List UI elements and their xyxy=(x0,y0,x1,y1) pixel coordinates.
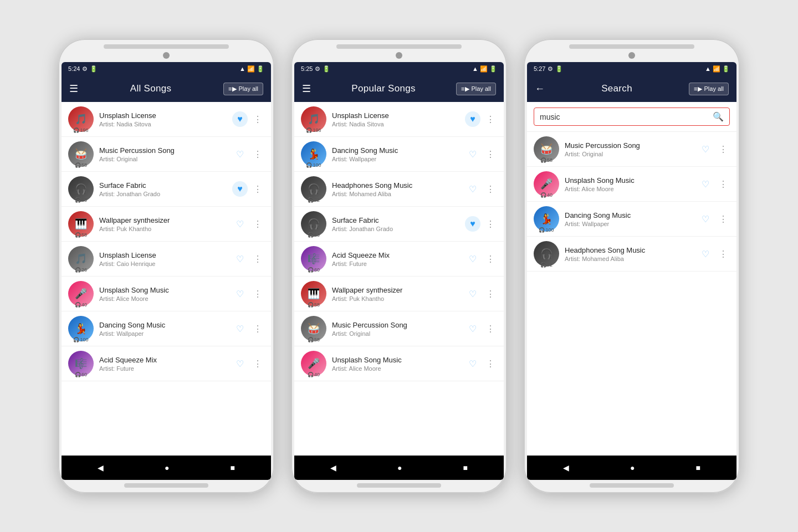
play-all-button[interactable]: ≡▶ Play all xyxy=(223,83,263,95)
headphone-icon: 🎧 xyxy=(540,157,546,163)
like-button[interactable]: ♥ xyxy=(465,216,480,232)
back-icon[interactable]: ← xyxy=(535,83,545,95)
nav-recent-button[interactable]: ■ xyxy=(689,461,707,474)
more-options-button[interactable]: ⋮ xyxy=(717,248,730,260)
hamburger-icon[interactable]: ☰ xyxy=(69,83,78,95)
like-button[interactable]: ♡ xyxy=(465,356,480,371)
play-all-button[interactable]: ≡▶ Play all xyxy=(456,83,496,95)
more-options-button[interactable]: ⋮ xyxy=(484,148,497,161)
nav-recent-button[interactable]: ■ xyxy=(457,461,474,474)
more-options-button[interactable]: ⋮ xyxy=(717,178,730,191)
search-input[interactable] xyxy=(540,112,708,121)
more-options-button[interactable]: ⋮ xyxy=(251,253,264,265)
header-left[interactable]: ← xyxy=(535,83,545,95)
play-all-button[interactable]: ≡▶ Play all xyxy=(689,83,729,95)
like-button[interactable]: ♡ xyxy=(698,141,713,157)
more-options-button[interactable]: ⋮ xyxy=(717,143,730,156)
nav-home-button[interactable]: ● xyxy=(623,461,641,474)
header-left[interactable]: ☰ xyxy=(302,83,311,95)
like-button[interactable]: ♡ xyxy=(232,286,248,301)
status-icons: ▲ 📶 🔋 xyxy=(705,65,730,73)
more-options-button[interactable]: ⋮ xyxy=(251,148,264,161)
song-play-count: 🎧63 xyxy=(308,232,320,238)
song-play-count: 🎧196 xyxy=(73,127,88,133)
search-icon[interactable]: 🔍 xyxy=(713,111,724,122)
nav-back-button[interactable]: ◀ xyxy=(324,461,343,474)
more-options-button[interactable]: ⋮ xyxy=(717,213,730,226)
song-play-count: 🎧60 xyxy=(75,372,87,377)
song-list: 🎵🎧196Unsplash LicenseArtist: Nadia Sitov… xyxy=(62,102,271,456)
time-label: 5:27 xyxy=(534,65,545,72)
song-actions: ♡⋮ xyxy=(465,181,497,197)
status-icons: ▲ 📶 🔋 xyxy=(239,65,264,73)
list-item: 🎤🎧40Unsplash Song MusicArtist: Alice Moo… xyxy=(62,277,271,311)
phone-speaker xyxy=(104,44,229,49)
more-options-button[interactable]: ⋮ xyxy=(251,218,264,231)
gear-icon: ⚙ xyxy=(82,65,88,73)
like-button[interactable]: ♡ xyxy=(465,251,480,267)
song-thumb-wrap: 🎼🎧60 xyxy=(68,351,94,376)
more-options-button[interactable]: ⋮ xyxy=(251,323,264,335)
nav-back-button[interactable]: ◀ xyxy=(91,461,110,474)
like-button[interactable]: ♡ xyxy=(232,251,248,267)
song-play-count: 🎧58 xyxy=(540,157,553,163)
more-options-button[interactable]: ⋮ xyxy=(251,288,264,300)
like-button[interactable]: ♡ xyxy=(465,181,480,197)
headphone-icon: 🎧 xyxy=(308,372,314,377)
song-actions: ♡⋮ xyxy=(232,286,264,301)
header-title: Search xyxy=(601,83,632,94)
song-thumb-wrap: 🎹🎧58 xyxy=(301,281,326,306)
song-title: Acid Squeeze Mix xyxy=(332,251,459,259)
status-bar: 5:24 ⚙ 🔋▲ 📶 🔋 xyxy=(62,62,271,75)
song-info: Unsplash Song MusicArtist: Alice Moore xyxy=(332,356,459,372)
like-button[interactable]: ♡ xyxy=(465,321,480,336)
song-artist: Artist: Puk Khantho xyxy=(99,226,227,232)
like-button[interactable]: ♥ xyxy=(465,111,480,127)
song-thumb-wrap: 💃🎧100 xyxy=(301,141,326,167)
nav-home-button[interactable]: ● xyxy=(391,461,408,474)
more-options-button[interactable]: ⋮ xyxy=(484,323,497,335)
header-left[interactable]: ☰ xyxy=(69,83,78,95)
song-title: Dancing Song Music xyxy=(565,211,692,219)
more-options-button[interactable]: ⋮ xyxy=(484,357,497,370)
song-info: Acid Squeeze MixArtist: Future xyxy=(332,251,459,267)
like-button[interactable]: ♡ xyxy=(465,286,480,301)
like-button[interactable]: ♡ xyxy=(232,356,248,371)
song-info: Unsplash LicenseArtist: Caio Henrique xyxy=(99,251,227,267)
status-bar: 5:27 ⚙ 🔋▲ 📶 🔋 xyxy=(527,62,736,75)
like-button[interactable]: ♡ xyxy=(232,146,248,162)
like-button[interactable]: ♡ xyxy=(698,211,713,227)
more-options-button[interactable]: ⋮ xyxy=(251,357,264,370)
song-title: Wallpaper synthesizer xyxy=(99,216,227,224)
more-options-button[interactable]: ⋮ xyxy=(484,253,497,265)
more-options-button[interactable]: ⋮ xyxy=(251,113,264,126)
song-info: Surface FabricArtist: Jonathan Grado xyxy=(332,216,459,232)
song-title: Dancing Song Music xyxy=(332,146,459,155)
nav-back-button[interactable]: ◀ xyxy=(556,461,576,474)
more-options-button[interactable]: ⋮ xyxy=(484,183,497,196)
list-item: 🎼🎧60Acid Squeeze MixArtist: Future♡⋮ xyxy=(294,242,504,277)
like-button[interactable]: ♡ xyxy=(232,216,248,232)
hamburger-icon[interactable]: ☰ xyxy=(302,83,311,95)
song-artist: Artist: Wallpaper xyxy=(565,221,692,227)
more-options-button[interactable]: ⋮ xyxy=(484,288,497,300)
song-actions: ♡⋮ xyxy=(465,286,497,301)
more-options-button[interactable]: ⋮ xyxy=(484,113,497,126)
song-play-count: 🎧196 xyxy=(306,127,321,133)
like-button[interactable]: ♡ xyxy=(698,246,713,262)
nav-home-button[interactable]: ● xyxy=(158,461,176,474)
like-button[interactable]: ♡ xyxy=(465,146,480,162)
like-button[interactable]: ♡ xyxy=(232,321,248,336)
headphone-icon: 🎧 xyxy=(540,262,546,268)
like-button[interactable]: ♥ xyxy=(232,111,248,127)
nav-recent-button[interactable]: ■ xyxy=(224,461,242,474)
more-options-button[interactable]: ⋮ xyxy=(484,218,497,231)
list-item: 🎤🎧40Unsplash Song MusicArtist: Alice Moo… xyxy=(527,167,736,202)
song-thumb-wrap: 🎧🎧63 xyxy=(68,176,94,202)
song-play-count: 🎧100 xyxy=(539,227,554,233)
song-play-count: 🎧40 xyxy=(308,372,320,377)
song-actions: ♡⋮ xyxy=(465,321,497,336)
more-options-button[interactable]: ⋮ xyxy=(251,183,264,196)
like-button[interactable]: ♥ xyxy=(232,181,248,197)
like-button[interactable]: ♡ xyxy=(698,176,713,192)
